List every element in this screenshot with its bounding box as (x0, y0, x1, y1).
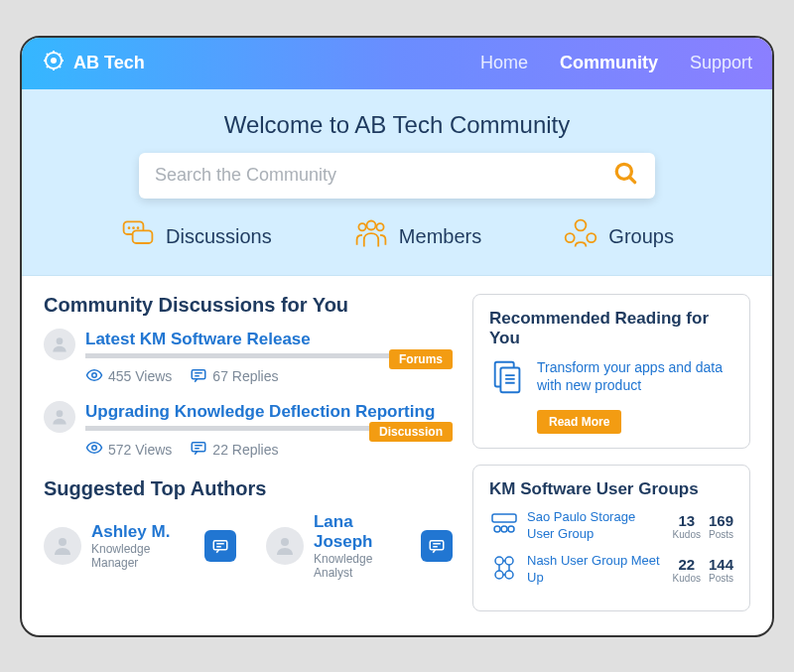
svg-point-18 (92, 446, 97, 451)
tab-groups-label: Groups (608, 225, 674, 248)
nav-community[interactable]: Community (560, 53, 658, 73)
hero: Welcome to AB Tech Community Discussions (22, 89, 772, 276)
posts-count: 169 (709, 512, 733, 529)
recommended-row: Transform your apps and data with new pr… (489, 358, 733, 400)
group-name[interactable]: Sao Paulo Storage User Group (527, 509, 665, 542)
views-text: 572 Views (108, 442, 172, 458)
kudos-count: 22 (673, 556, 701, 573)
recommended-text[interactable]: Transform your apps and data with new pr… (537, 358, 733, 394)
tab-groups[interactable]: Groups (563, 216, 674, 257)
svg-point-8 (366, 220, 375, 229)
replies-text: 22 Replies (212, 442, 278, 458)
discussion-item: Latest KM Software Release 455 Views 67 … (44, 329, 453, 387)
avatar (44, 329, 75, 360)
recommended-heading: Recommended Reading for You (489, 309, 733, 348)
svg-point-6 (132, 226, 135, 229)
svg-point-31 (505, 557, 513, 565)
left-column: Community Discussions for You Latest KM … (44, 294, 453, 611)
views-stat: 572 Views (85, 439, 172, 460)
author-info: Ashley M. Knowledge Manager (91, 522, 195, 570)
app-frame: AB Tech Home Community Support Welcome t… (20, 36, 774, 637)
posts-label: Posts (709, 573, 733, 584)
navbar: AB Tech Home Community Support (22, 38, 772, 89)
svg-rect-26 (492, 514, 516, 522)
author-name[interactable]: Ashley M. (91, 522, 195, 542)
search-box (139, 153, 655, 199)
svg-point-33 (505, 571, 513, 579)
author-info: Lana Joseph Knowledge Analyst (314, 512, 411, 580)
author-item: Lana Joseph Knowledge Analyst (266, 512, 453, 580)
svg-point-1 (51, 58, 57, 64)
members-icon (353, 216, 389, 257)
svg-point-13 (588, 233, 596, 242)
nav-items: Home Community Support (480, 53, 752, 73)
views-text: 455 Views (108, 368, 172, 384)
svg-point-10 (376, 223, 383, 230)
read-more-button[interactable]: Read More (537, 410, 621, 434)
reply-icon (190, 439, 207, 460)
group-icon (489, 553, 519, 587)
group-icon (489, 509, 519, 543)
eye-icon (85, 439, 103, 460)
divider-bar (85, 353, 409, 358)
svg-rect-16 (193, 370, 206, 379)
svg-point-11 (576, 219, 587, 230)
group-stats: 13 Kudos 169 Posts (673, 512, 733, 540)
tab-discussions-label: Discussions (166, 225, 272, 248)
svg-point-27 (494, 526, 500, 532)
svg-point-30 (495, 557, 503, 565)
discussion-stats: 455 Views 67 Replies (85, 366, 453, 387)
discussion-title[interactable]: Upgrading Knowledge Deflection Reporting (85, 401, 453, 422)
kudos-count: 13 (673, 512, 701, 529)
svg-point-9 (358, 223, 365, 230)
posts-stat: 169 Posts (709, 512, 733, 540)
svg-point-28 (501, 526, 507, 532)
avatar (44, 401, 75, 433)
group-item: Nash User Group Meet Up 22 Kudos 144 Pos… (489, 553, 733, 587)
svg-point-5 (128, 226, 131, 229)
message-button[interactable] (204, 530, 236, 562)
authors-list: Ashley M. Knowledge Manager Lana Joseph (44, 512, 453, 580)
svg-point-20 (59, 538, 66, 546)
groups-card: KM Software User Groups Sao Paulo Storag… (472, 465, 750, 611)
eye-icon (85, 366, 103, 387)
search-icon[interactable] (613, 161, 639, 191)
search-row (50, 153, 744, 199)
author-item: Ashley M. Knowledge Manager (44, 512, 236, 580)
svg-point-29 (508, 526, 514, 532)
groups-heading: KM Software User Groups (489, 479, 733, 499)
nav-home[interactable]: Home (480, 53, 528, 73)
discussion-title[interactable]: Latest KM Software Release (85, 329, 453, 349)
authors-heading: Suggested Top Authors (44, 477, 453, 500)
nav-support[interactable]: Support (690, 53, 752, 73)
replies-text: 67 Replies (212, 368, 278, 384)
divider-bar (85, 426, 409, 431)
svg-rect-25 (500, 367, 519, 392)
svg-point-17 (57, 410, 64, 417)
tab-members[interactable]: Members (353, 216, 481, 257)
group-stats: 22 Kudos 144 Posts (673, 556, 733, 584)
posts-count: 144 (709, 556, 733, 573)
recommended-card: Recommended Reading for You Transform yo… (472, 294, 750, 449)
svg-point-15 (92, 373, 97, 378)
posts-stat: 144 Posts (709, 556, 733, 584)
svg-rect-21 (213, 541, 227, 550)
document-icon (489, 358, 527, 400)
svg-point-22 (281, 538, 289, 546)
replies-stat: 67 Replies (190, 366, 278, 387)
brand-text: AB Tech (73, 53, 145, 73)
search-input[interactable] (155, 165, 613, 186)
svg-rect-19 (193, 443, 206, 452)
kudos-stat: 13 Kudos (673, 512, 701, 540)
svg-point-32 (495, 571, 503, 579)
tab-discussions[interactable]: Discussions (120, 216, 272, 257)
message-button[interactable] (421, 530, 453, 562)
hero-title: Welcome to AB Tech Community (50, 111, 744, 139)
views-stat: 455 Views (85, 366, 172, 387)
author-name[interactable]: Lana Joseph (314, 512, 411, 552)
author-role: Knowledge Analyst (314, 552, 411, 580)
replies-stat: 22 Replies (190, 439, 278, 460)
kudos-label: Kudos (673, 529, 701, 540)
groups-icon (563, 216, 598, 257)
group-name[interactable]: Nash User Group Meet Up (527, 553, 665, 586)
